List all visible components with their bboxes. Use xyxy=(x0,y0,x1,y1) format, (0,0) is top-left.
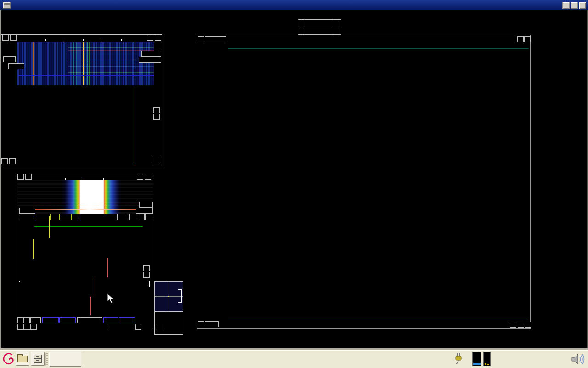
wb-scroll-right-button[interactable] xyxy=(2,35,9,41)
nb-gain-bottom-box[interactable] xyxy=(136,208,153,214)
close-button[interactable] xyxy=(579,2,586,9)
waterfall-streak xyxy=(33,206,146,206)
tick-yellow xyxy=(102,39,102,41)
mode-up-button[interactable] xyxy=(334,28,341,34)
wb-bottom-down-button[interactable] xyxy=(9,158,16,164)
nb-scroll-left2-button[interactable] xyxy=(145,174,151,180)
file-manager-button[interactable] xyxy=(16,352,29,366)
fr-right-button[interactable] xyxy=(510,322,516,328)
nb-up-button[interactable] xyxy=(143,265,150,271)
mode-down-button[interactable] xyxy=(298,28,305,34)
red-marker-line xyxy=(92,276,92,297)
debian-menu-icon[interactable] xyxy=(2,351,15,366)
nb-box-0[interactable] xyxy=(135,324,141,330)
freq-up-button[interactable] xyxy=(334,20,341,27)
nb-digit-box-2[interactable] xyxy=(129,214,137,220)
cpu-monitor-widget[interactable] xyxy=(472,352,481,366)
wb-scroll-left2-button[interactable] xyxy=(155,35,161,41)
fr-down2-button[interactable] xyxy=(525,322,531,328)
wb-marker-line-white xyxy=(134,42,134,69)
a2-button[interactable] xyxy=(50,214,60,220)
mode-value[interactable] xyxy=(305,28,334,34)
folder-icon xyxy=(17,356,28,362)
taskbar xyxy=(0,350,588,368)
wb-marker-line xyxy=(134,69,134,163)
speaker-icon[interactable] xyxy=(571,352,587,366)
wb-up-button[interactable] xyxy=(153,107,160,113)
wb-bottom-up-button[interactable] xyxy=(1,158,8,164)
mouse-cursor xyxy=(107,293,116,306)
r4-button[interactable] xyxy=(61,214,70,220)
wideband-panel xyxy=(1,34,162,166)
taskbar-separator[interactable] xyxy=(45,353,48,366)
rat-control[interactable] xyxy=(77,317,102,323)
off-button-2[interactable] xyxy=(59,317,76,323)
drawers-button[interactable] xyxy=(31,352,45,366)
coherence-scope[interactable] xyxy=(155,282,183,311)
freq-down-button[interactable] xyxy=(298,20,305,27)
marker-dot xyxy=(19,281,20,282)
scope-dot xyxy=(168,296,169,297)
fr-step-trace xyxy=(197,35,530,328)
off-button-1[interactable] xyxy=(42,317,59,323)
nb-scroll-right-button[interactable] xyxy=(17,174,24,180)
nb-digit-box-3[interactable] xyxy=(138,214,145,220)
frequency-control xyxy=(298,19,341,27)
window-icon xyxy=(3,2,11,9)
linrad-application xyxy=(0,0,588,368)
frequency-value[interactable] xyxy=(305,20,334,27)
nb-down2-button[interactable] xyxy=(24,324,30,330)
nb-box-50[interactable] xyxy=(19,208,35,214)
nb-digit-box-1[interactable] xyxy=(117,214,128,220)
taskbar-button[interactable] xyxy=(49,352,81,367)
fr-unit-box[interactable] xyxy=(205,321,219,327)
wb-box-10[interactable] xyxy=(8,63,24,69)
narrowband-panel xyxy=(17,173,153,329)
scroll-indicator xyxy=(149,281,150,287)
nb-box-4[interactable] xyxy=(119,317,135,323)
power-plug-icon[interactable] xyxy=(454,353,463,365)
yellow-marker-line xyxy=(33,239,34,259)
waterfall-streak xyxy=(33,209,146,210)
wb-box-1[interactable] xyxy=(154,158,160,164)
wb-scroll-right2-button[interactable] xyxy=(147,35,153,41)
nb-box-2[interactable] xyxy=(24,317,30,323)
wb-gain-top-box[interactable] xyxy=(141,51,161,57)
tick xyxy=(83,39,84,41)
title-bar[interactable] xyxy=(0,0,588,10)
wb-scroll-left-button[interactable] xyxy=(10,35,17,41)
file-cabinet-icon xyxy=(34,355,42,363)
wb-down-button[interactable] xyxy=(153,114,160,120)
tick xyxy=(107,325,107,329)
nb-plus-button[interactable] xyxy=(17,317,24,323)
nb-gain-top-box[interactable] xyxy=(139,202,153,208)
minimize-button[interactable] xyxy=(562,2,570,9)
nb-scroll-left-button[interactable] xyxy=(25,174,32,180)
red-marker-line xyxy=(107,258,108,277)
restore-button[interactable] xyxy=(571,2,578,9)
nb-scroll-right2-button[interactable] xyxy=(137,174,143,180)
agc-button[interactable] xyxy=(36,214,49,220)
narrowband-waterfall[interactable] xyxy=(17,180,153,214)
nb-down-button[interactable] xyxy=(143,272,150,278)
off-button-3[interactable] xyxy=(103,317,118,323)
h2-button[interactable] xyxy=(71,214,80,220)
ad-mode-control xyxy=(298,28,341,34)
nb-digit-box-4[interactable] xyxy=(145,214,151,220)
nb-t-button[interactable] xyxy=(30,324,37,330)
nb-box-13[interactable] xyxy=(19,214,34,220)
wb-gain-bottom-box[interactable] xyxy=(139,57,161,63)
nb-up2-button[interactable] xyxy=(17,324,24,330)
tick xyxy=(45,39,46,41)
red-marker-line xyxy=(90,297,91,315)
s-button[interactable] xyxy=(156,324,162,330)
fr-down-button[interactable] xyxy=(198,321,204,327)
tick-yellow xyxy=(65,39,65,41)
nb-box-16[interactable] xyxy=(30,317,41,323)
wb-box-9[interactable] xyxy=(3,56,16,62)
yellow-marker-line xyxy=(49,216,50,238)
filter-response-panel xyxy=(197,34,531,329)
net-monitor-widget[interactable] xyxy=(483,352,491,366)
tick xyxy=(121,39,122,41)
fr-left-button[interactable] xyxy=(518,322,524,328)
